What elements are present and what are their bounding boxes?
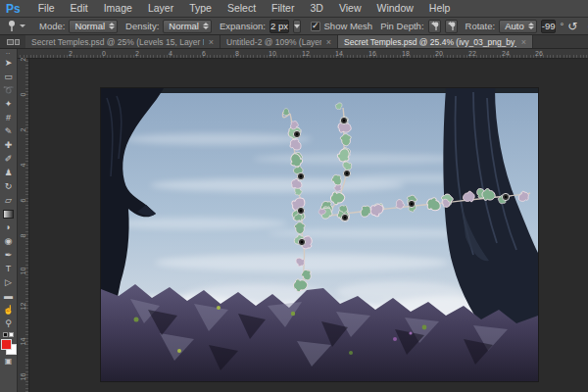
mode-label: Mode:: [39, 21, 65, 31]
puppet-pin-icon: [6, 20, 18, 32]
mode-dropdown[interactable]: Normal: [69, 20, 118, 33]
density-dropdown[interactable]: Normal: [163, 20, 212, 33]
zoom-tool[interactable]: ⚲: [0, 317, 17, 330]
workspace: ‥ ➤▭➰✦#✎✚✐♟↻▱◗◉✒T▷▬☝⚲ ▣ 2024681012141618…: [0, 49, 588, 392]
shape-tool[interactable]: ▬: [0, 289, 17, 303]
chevron-down-icon: [20, 24, 25, 27]
close-icon[interactable]: ×: [326, 37, 331, 47]
vertical-ruler[interactable]: 20246810121416: [18, 59, 29, 392]
menu-type[interactable]: Type: [181, 0, 220, 17]
pin-depth-down-button[interactable]: [445, 20, 458, 33]
mode-value: Normal: [74, 21, 105, 31]
show-mesh-label: Show Mesh: [324, 21, 373, 31]
puppet-warp-pin[interactable]: [297, 207, 304, 214]
move-tool[interactable]: ➤: [0, 56, 17, 70]
document-tab-1[interactable]: Secret Temples.psd @ 25% (Levels 15, Lay…: [25, 35, 220, 48]
history-brush-tool[interactable]: ↻: [0, 179, 17, 193]
degree-symbol: °: [560, 21, 564, 31]
chevron-down-icon: [294, 24, 300, 28]
expansion-dropdown-button[interactable]: [293, 20, 301, 33]
screen-mode-icon[interactable]: ▣: [5, 357, 13, 366]
photoshop-logo: Ps: [6, 2, 21, 16]
rotate-angle-input[interactable]: -99: [541, 20, 557, 33]
tool-preset-picker[interactable]: [6, 20, 25, 32]
brush-tool[interactable]: ✐: [0, 152, 17, 166]
spinner-icon: [528, 23, 534, 29]
density-label: Density:: [125, 21, 159, 31]
puppet-warp-pin[interactable]: [502, 193, 509, 200]
menu-layer[interactable]: Layer: [140, 0, 181, 17]
expansion-input[interactable]: 2 px: [270, 20, 289, 33]
menu-3d[interactable]: 3D: [302, 0, 330, 17]
eraser-tool[interactable]: ▱: [0, 193, 17, 207]
default-foreground-icon: [3, 332, 8, 337]
blur-tool[interactable]: ◗: [0, 220, 17, 234]
crop-tool[interactable]: #: [0, 111, 17, 124]
document-tab-3-active[interactable]: Secret Temples.psd @ 25.4% (ivy_03_png_b…: [338, 35, 533, 48]
puppet-warp-pin[interactable]: [341, 214, 348, 220]
density-value: Normal: [169, 21, 199, 31]
lasso-tool[interactable]: ➰: [0, 83, 17, 97]
puppet-warp-pin[interactable]: [408, 200, 415, 207]
pen-tool[interactable]: ✒: [0, 248, 17, 262]
magic-wand-tool[interactable]: ✦: [0, 97, 17, 111]
menu-window[interactable]: Window: [368, 0, 420, 17]
menu-edit[interactable]: Edit: [63, 0, 96, 17]
pasteboard: [29, 59, 588, 392]
rotate-value: Auto: [505, 21, 524, 31]
default-colors-control[interactable]: [3, 332, 14, 337]
rotate-label: Rotate:: [466, 21, 496, 31]
spinner-icon: [203, 23, 209, 29]
canvas-document[interactable]: [101, 88, 538, 381]
puppet-warp-pin[interactable]: [297, 172, 304, 179]
pin-depth-up-button[interactable]: [428, 20, 441, 33]
options-bar: Mode: Normal Density: Normal Expansion: …: [0, 18, 588, 35]
type-tool[interactable]: T: [0, 262, 17, 275]
float-windows-icon[interactable]: [0, 35, 25, 48]
puppet-warp-pin[interactable]: [293, 130, 300, 137]
path-selection-tool[interactable]: ▷: [0, 275, 17, 289]
puppet-warp-pin[interactable]: [298, 238, 305, 245]
expansion-label: Expansion:: [220, 21, 266, 31]
close-icon[interactable]: ×: [521, 37, 526, 47]
hand-tool[interactable]: ☝: [0, 303, 17, 317]
puppet-warp-pin[interactable]: [340, 117, 347, 123]
menu-filter[interactable]: Filter: [264, 0, 302, 17]
pin-up-icon: [429, 21, 440, 31]
menu-help[interactable]: Help: [421, 0, 459, 17]
menu-select[interactable]: Select: [220, 0, 264, 17]
pin-depth-label: Pin Depth:: [380, 21, 423, 31]
healing-brush-tool[interactable]: ✚: [0, 138, 17, 152]
reset-button[interactable]: ↺: [567, 20, 577, 33]
palette-collapse-handle[interactable]: ‥: [6, 49, 12, 56]
gradient-tool[interactable]: [3, 210, 14, 219]
default-background-icon: [9, 332, 14, 337]
spinner-icon: [109, 23, 115, 29]
menu-file[interactable]: File: [30, 0, 63, 17]
document-tab-2[interactable]: Untitled-2 @ 109% (Layer 53, RGB/8) * ×: [220, 35, 338, 48]
foreground-swatch[interactable]: [1, 339, 12, 350]
pin-down-icon: [446, 21, 457, 31]
color-swatches: [1, 339, 17, 355]
show-mesh-checkbox[interactable]: ✓: [311, 22, 320, 31]
tab-label: Untitled-2 @ 109% (Layer 53, RGB/8) *: [226, 37, 321, 47]
rotate-dropdown[interactable]: Auto: [499, 20, 537, 33]
menu-bar: Ps File Edit Image Layer Type Select Fil…: [0, 0, 588, 18]
eyedropper-tool[interactable]: ✎: [0, 124, 17, 138]
tab-label: Secret Temples.psd @ 25% (Levels 15, Lay…: [31, 37, 204, 47]
menu-view[interactable]: View: [331, 0, 369, 17]
horizontal-ruler[interactable]: 202468101214161820222426: [18, 49, 588, 59]
puppet-warp-pin[interactable]: [343, 170, 350, 176]
dodge-tool[interactable]: ◉: [0, 234, 17, 248]
menu-image[interactable]: Image: [96, 0, 140, 17]
canvas-image[interactable]: [101, 88, 538, 381]
close-icon[interactable]: ×: [209, 37, 214, 47]
tab-label: Secret Temples.psd @ 25.4% (ivy_03_png_b…: [344, 37, 516, 47]
marquee-tool[interactable]: ▭: [0, 70, 17, 83]
clone-stamp-tool[interactable]: ♟: [0, 166, 17, 179]
tool-palette: ‥ ➤▭➰✦#✎✚✐♟↻▱◗◉✒T▷▬☝⚲ ▣: [0, 49, 18, 392]
document-tab-bar: Secret Temples.psd @ 25% (Levels 15, Lay…: [0, 35, 588, 49]
